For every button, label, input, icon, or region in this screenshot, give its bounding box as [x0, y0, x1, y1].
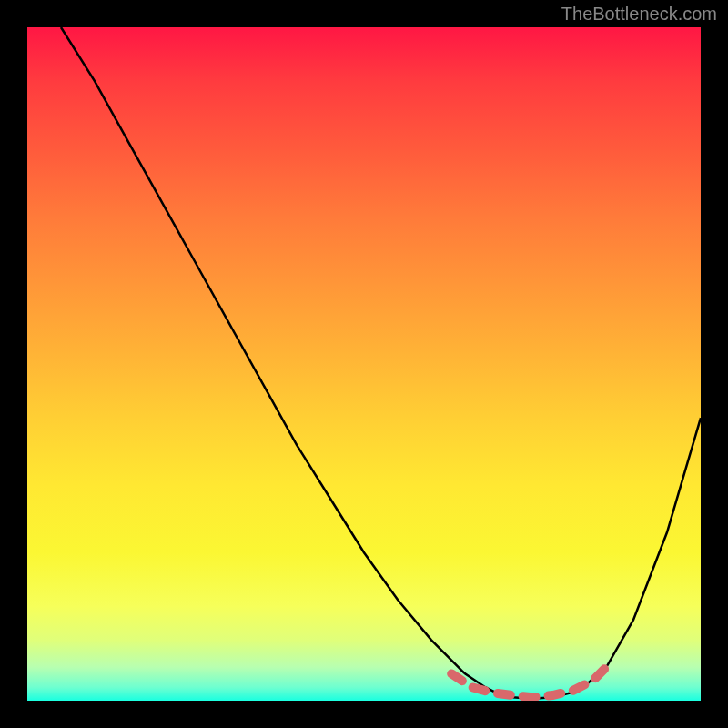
chart-svg: [27, 27, 701, 701]
chart-plot-area: [27, 27, 701, 701]
optimal-region-marker: [451, 667, 606, 697]
bottleneck-curve: [61, 27, 701, 699]
attribution-text: TheBottleneck.com: [561, 4, 717, 25]
